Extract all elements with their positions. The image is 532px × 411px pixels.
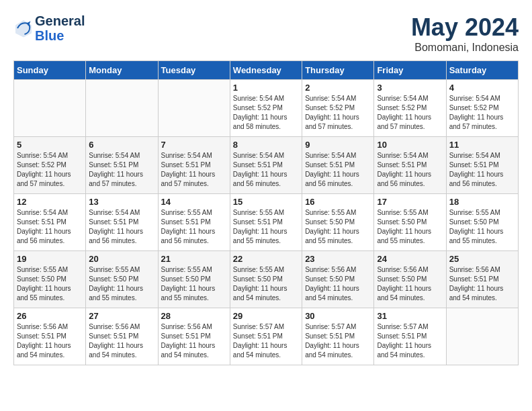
day-number: 14 [161,197,227,207]
calendar-cell: 18Sunrise: 5:55 AM Sunset: 5:50 PM Dayli… [446,194,518,251]
day-number: 7 [161,140,227,150]
location-subtitle: Bomomani, Indonesia [411,42,519,54]
calendar-cell: 22Sunrise: 5:55 AM Sunset: 5:50 PM Dayli… [230,251,302,308]
day-number: 17 [377,197,443,207]
day-number: 5 [17,140,83,150]
day-number: 6 [89,140,154,150]
page-header: General Blue May 2024 Bomomani, Indonesi… [13,13,519,54]
day-info: Sunrise: 5:54 AM Sunset: 5:51 PM Dayligh… [89,151,154,189]
calendar-week-row: 19Sunrise: 5:55 AM Sunset: 5:50 PM Dayli… [14,251,519,308]
weekday-header-row: SundayMondayTuesdayWednesdayThursdayFrid… [14,61,519,80]
logo-blue: Blue [35,28,85,43]
day-info: Sunrise: 5:57 AM Sunset: 5:51 PM Dayligh… [377,322,443,360]
day-info: Sunrise: 5:55 AM Sunset: 5:50 PM Dayligh… [233,265,299,303]
calendar-cell: 27Sunrise: 5:56 AM Sunset: 5:51 PM Dayli… [86,308,158,365]
calendar-cell: 24Sunrise: 5:56 AM Sunset: 5:50 PM Dayli… [374,251,446,308]
calendar-cell: 21Sunrise: 5:55 AM Sunset: 5:50 PM Dayli… [158,251,230,308]
calendar-cell: 8Sunrise: 5:54 AM Sunset: 5:51 PM Daylig… [230,137,302,194]
day-number: 2 [305,83,371,93]
day-info: Sunrise: 5:54 AM Sunset: 5:52 PM Dayligh… [377,94,443,132]
day-number: 19 [17,254,83,264]
day-info: Sunrise: 5:55 AM Sunset: 5:50 PM Dayligh… [17,265,83,303]
day-info: Sunrise: 5:56 AM Sunset: 5:51 PM Dayligh… [17,322,83,360]
day-number: 20 [89,254,154,264]
calendar-cell: 5Sunrise: 5:54 AM Sunset: 5:52 PM Daylig… [14,137,86,194]
calendar-cell: 3Sunrise: 5:54 AM Sunset: 5:52 PM Daylig… [374,80,446,137]
day-info: Sunrise: 5:55 AM Sunset: 5:50 PM Dayligh… [89,265,154,303]
weekday-header: Thursday [302,61,374,80]
logo: General Blue [13,13,85,43]
calendar-cell: 20Sunrise: 5:55 AM Sunset: 5:50 PM Dayli… [86,251,158,308]
calendar-week-row: 12Sunrise: 5:54 AM Sunset: 5:51 PM Dayli… [14,194,519,251]
day-number: 25 [449,254,515,264]
calendar-cell: 30Sunrise: 5:57 AM Sunset: 5:51 PM Dayli… [302,308,374,365]
calendar-cell: 25Sunrise: 5:56 AM Sunset: 5:51 PM Dayli… [446,251,518,308]
day-info: Sunrise: 5:54 AM Sunset: 5:51 PM Dayligh… [449,151,515,189]
day-number: 16 [305,197,371,207]
calendar-week-row: 1Sunrise: 5:54 AM Sunset: 5:52 PM Daylig… [14,80,519,137]
calendar-cell: 9Sunrise: 5:54 AM Sunset: 5:51 PM Daylig… [302,137,374,194]
calendar-cell: 12Sunrise: 5:54 AM Sunset: 5:51 PM Dayli… [14,194,86,251]
title-block: May 2024 Bomomani, Indonesia [411,13,519,54]
day-number: 21 [161,254,227,264]
calendar-cell: 2Sunrise: 5:54 AM Sunset: 5:52 PM Daylig… [302,80,374,137]
day-info: Sunrise: 5:57 AM Sunset: 5:51 PM Dayligh… [305,322,371,360]
day-number: 27 [89,311,154,321]
weekday-header: Wednesday [230,61,302,80]
calendar-cell: 6Sunrise: 5:54 AM Sunset: 5:51 PM Daylig… [86,137,158,194]
day-info: Sunrise: 5:54 AM Sunset: 5:52 PM Dayligh… [305,94,371,132]
day-number: 29 [233,311,299,321]
day-info: Sunrise: 5:54 AM Sunset: 5:52 PM Dayligh… [449,94,515,132]
calendar-table: SundayMondayTuesdayWednesdayThursdayFrid… [13,60,519,365]
calendar-cell: 1Sunrise: 5:54 AM Sunset: 5:52 PM Daylig… [230,80,302,137]
day-info: Sunrise: 5:56 AM Sunset: 5:51 PM Dayligh… [161,322,227,360]
day-info: Sunrise: 5:56 AM Sunset: 5:51 PM Dayligh… [449,265,515,303]
calendar-cell: 10Sunrise: 5:54 AM Sunset: 5:51 PM Dayli… [374,137,446,194]
calendar-cell: 16Sunrise: 5:55 AM Sunset: 5:50 PM Dayli… [302,194,374,251]
day-info: Sunrise: 5:54 AM Sunset: 5:52 PM Dayligh… [233,94,299,132]
weekday-header: Tuesday [158,61,230,80]
calendar-cell: 4Sunrise: 5:54 AM Sunset: 5:52 PM Daylig… [446,80,518,137]
logo-icon [13,18,34,38]
day-number: 23 [305,254,371,264]
day-number: 31 [377,311,443,321]
weekday-header: Saturday [446,61,518,80]
day-number: 8 [233,140,299,150]
day-number: 1 [233,83,299,93]
calendar-cell: 19Sunrise: 5:55 AM Sunset: 5:50 PM Dayli… [14,251,86,308]
day-info: Sunrise: 5:54 AM Sunset: 5:51 PM Dayligh… [89,208,154,246]
day-number: 4 [449,83,515,93]
calendar-cell: 14Sunrise: 5:55 AM Sunset: 5:51 PM Dayli… [158,194,230,251]
calendar-cell: 11Sunrise: 5:54 AM Sunset: 5:51 PM Dayli… [446,137,518,194]
day-number: 18 [449,197,515,207]
month-title: May 2024 [411,13,519,42]
calendar-cell: 15Sunrise: 5:55 AM Sunset: 5:51 PM Dayli… [230,194,302,251]
day-number: 3 [377,83,443,93]
weekday-header: Friday [374,61,446,80]
calendar-cell: 17Sunrise: 5:55 AM Sunset: 5:50 PM Dayli… [374,194,446,251]
logo-general: General [35,13,85,28]
day-info: Sunrise: 5:56 AM Sunset: 5:50 PM Dayligh… [305,265,371,303]
calendar-cell: 31Sunrise: 5:57 AM Sunset: 5:51 PM Dayli… [374,308,446,365]
day-info: Sunrise: 5:56 AM Sunset: 5:50 PM Dayligh… [377,265,443,303]
calendar-week-row: 26Sunrise: 5:56 AM Sunset: 5:51 PM Dayli… [14,308,519,365]
calendar-cell [446,308,518,365]
calendar-cell [14,80,86,137]
day-info: Sunrise: 5:56 AM Sunset: 5:51 PM Dayligh… [89,322,154,360]
calendar-cell: 13Sunrise: 5:54 AM Sunset: 5:51 PM Dayli… [86,194,158,251]
day-info: Sunrise: 5:54 AM Sunset: 5:52 PM Dayligh… [17,151,83,189]
day-number: 26 [17,311,83,321]
day-number: 10 [377,140,443,150]
day-number: 9 [305,140,371,150]
day-info: Sunrise: 5:55 AM Sunset: 5:50 PM Dayligh… [449,208,515,246]
calendar-cell: 29Sunrise: 5:57 AM Sunset: 5:51 PM Dayli… [230,308,302,365]
day-info: Sunrise: 5:54 AM Sunset: 5:51 PM Dayligh… [305,151,371,189]
day-info: Sunrise: 5:57 AM Sunset: 5:51 PM Dayligh… [233,322,299,360]
calendar-cell: 23Sunrise: 5:56 AM Sunset: 5:50 PM Dayli… [302,251,374,308]
day-info: Sunrise: 5:55 AM Sunset: 5:51 PM Dayligh… [233,208,299,246]
calendar-cell [158,80,230,137]
day-info: Sunrise: 5:54 AM Sunset: 5:51 PM Dayligh… [377,151,443,189]
day-number: 11 [449,140,515,150]
weekday-header: Sunday [14,61,86,80]
day-info: Sunrise: 5:55 AM Sunset: 5:50 PM Dayligh… [305,208,371,246]
